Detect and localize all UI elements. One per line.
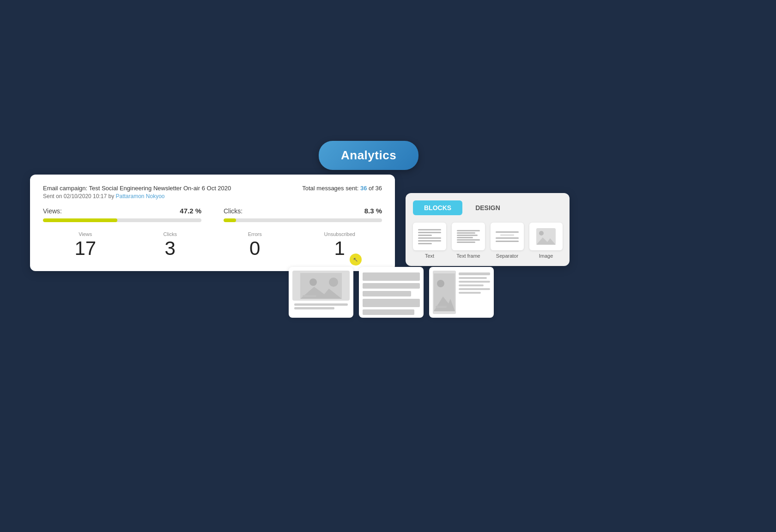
tf-line [457, 242, 475, 243]
text-line [418, 232, 441, 233]
text-frame-icon [457, 230, 480, 243]
thumb2-block [363, 291, 411, 296]
thumb3-line [459, 281, 490, 283]
tf-line [457, 230, 480, 231]
thumb3-line [459, 288, 490, 290]
sep-line [496, 231, 519, 233]
views-label: Views: [43, 207, 62, 215]
block-text-frame-icon-box [452, 223, 485, 250]
sep-mid [500, 235, 514, 236]
svg-point-12 [437, 280, 444, 287]
stat-views-number: 17 [74, 239, 96, 258]
thumbnails-row [289, 267, 494, 318]
tf-line [457, 235, 478, 236]
views-value: 47.2 % [180, 207, 201, 215]
total-messages: Total messages sent: 36 of 36 [302, 185, 382, 192]
sep-line [496, 241, 519, 242]
text-icon [418, 229, 441, 244]
stat-views-label: Views [79, 231, 92, 237]
stat-errors-label: Errors [248, 231, 262, 237]
thumb3-line [459, 277, 487, 279]
thumbnail-image-text[interactable] [289, 267, 353, 318]
stat-clicks-number: 3 [165, 239, 176, 258]
total-sent: 36 [360, 185, 367, 192]
image-icon [535, 227, 557, 246]
card-subtitle: Sent on 02/10/2020 10:17 by Pattaramon N… [43, 193, 231, 200]
svg-rect-8 [303, 295, 316, 297]
views-metric: Views: 47.2 % [43, 207, 212, 222]
stat-errors: Errors 0 [212, 231, 297, 258]
subtitle-prefix: Sent on 02/10/2020 10:17 by [43, 193, 115, 200]
thumb3-line [459, 272, 490, 275]
clicks-progress-bg [224, 218, 382, 222]
thumb3-text [459, 271, 490, 314]
thumb1-image-svg [300, 273, 342, 299]
block-text-icon-box [413, 223, 446, 250]
tab-blocks[interactable]: BLOCKS [413, 200, 462, 215]
analytics-card: Email campaign: Test Social Engineering … [30, 175, 395, 271]
block-image[interactable]: Image [529, 223, 563, 259]
stat-errors-number: 0 [249, 239, 260, 258]
stat-unsubscribed: Unsubscribed 1 [297, 231, 382, 258]
blocks-panel: BLOCKS DESIGN Text [406, 193, 570, 266]
tab-design[interactable]: DESIGN [464, 200, 511, 215]
thumb2-block [363, 309, 414, 315]
thumb-line [294, 307, 334, 309]
svg-text:↖: ↖ [353, 256, 358, 263]
views-progress-fill [43, 218, 117, 222]
svg-rect-14 [436, 306, 447, 308]
block-separator-label: Separator [496, 253, 518, 259]
thumb-line [294, 303, 348, 306]
clicks-metric: Clicks: 8.3 % [212, 207, 382, 222]
clicks-value: 8.3 % [364, 207, 382, 215]
clicks-label: Clicks: [224, 207, 242, 215]
clicks-label-row: Clicks: 8.3 % [224, 207, 382, 215]
thumb1-image [292, 271, 350, 301]
metrics-row: Views: 47.2 % Clicks: 8.3 % [43, 207, 382, 222]
card-header: Email campaign: Test Social Engineering … [43, 185, 382, 200]
stat-unsubscribed-label: Unsubscribed [324, 231, 355, 237]
stat-clicks: Clicks 3 [128, 231, 213, 258]
stats-row: Views 17 Clicks 3 Errors 0 Unsubscribed … [43, 231, 382, 258]
block-text-frame-label: Text frame [456, 253, 480, 259]
thumb2-block [363, 272, 420, 281]
svg-point-9 [329, 278, 338, 287]
text-line [418, 229, 441, 230]
tabs-row: BLOCKS DESIGN [413, 200, 562, 215]
block-separator[interactable]: Separator [491, 223, 524, 259]
svg-point-6 [309, 278, 317, 286]
block-text-frame[interactable]: Text frame [452, 223, 485, 259]
thumbnail-text-blocks[interactable] [359, 267, 424, 318]
text-line [418, 240, 441, 242]
total-messages-label: Total messages sent: [302, 185, 360, 192]
campaign-title: Email campaign: Test Social Engineering … [43, 185, 231, 192]
text-line [418, 235, 432, 236]
tf-line [457, 237, 473, 238]
cursor-pointer: ↖ [349, 253, 362, 266]
svg-point-3 [539, 231, 544, 236]
thumbnail-image-side[interactable] [429, 267, 494, 318]
total-of: of 36 [369, 185, 382, 192]
thumb3-image-svg [434, 273, 455, 311]
thumb2-block [363, 283, 420, 289]
thumb3-content [433, 271, 490, 314]
block-text[interactable]: Text [413, 223, 446, 259]
separator-icon [496, 231, 519, 242]
tf-line [457, 239, 480, 241]
analytics-button[interactable]: Analytics [319, 141, 418, 170]
stat-clicks-label: Clicks [164, 231, 177, 237]
views-label-row: Views: 47.2 % [43, 207, 201, 215]
block-image-icon-box [529, 223, 563, 250]
thumb3-image [433, 271, 456, 314]
block-image-label: Image [539, 253, 553, 259]
sep-line [496, 237, 519, 239]
stat-views: Views 17 [43, 231, 128, 258]
card-title-section: Email campaign: Test Social Engineering … [43, 185, 231, 200]
text-line [418, 237, 441, 239]
thumb3-line [459, 284, 484, 286]
thumb2-content [363, 271, 420, 317]
subtitle-link[interactable]: Pattaramon Nokyoo [115, 193, 164, 200]
clicks-progress-fill [224, 218, 236, 222]
block-text-label: Text [425, 253, 434, 259]
block-separator-icon-box [491, 223, 524, 250]
